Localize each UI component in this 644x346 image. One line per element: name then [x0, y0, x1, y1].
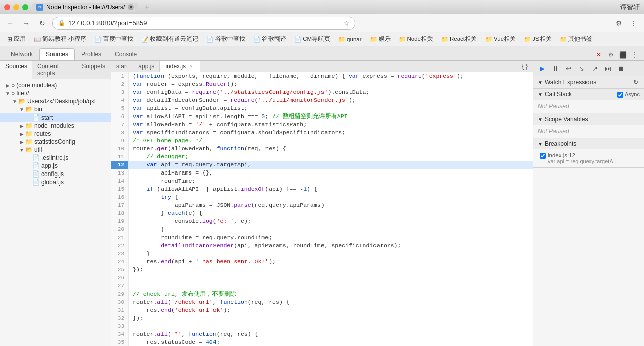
close-devtools-icon[interactable]: ✕ — [594, 50, 604, 60]
bookmark-google-search[interactable]: 📄 谷歌中查找 — [203, 34, 248, 44]
line-num-15[interactable]: 15 — [111, 185, 129, 193]
bookmark-js[interactable]: 📁 JS相关 — [521, 34, 554, 44]
line-num-13[interactable]: 13 — [111, 169, 129, 177]
line-num-34[interactable]: 34 — [111, 330, 129, 338]
tree-item-util[interactable]: ▼ 📂 util — [0, 146, 111, 154]
chrome-menu-icon[interactable]: ⋮ — [628, 17, 640, 29]
resume-button[interactable]: ▶ — [536, 63, 548, 74]
async-checkbox[interactable] — [617, 92, 623, 98]
code-tab-start[interactable]: start — [111, 61, 133, 72]
scope-variables-header[interactable]: ▼ Scope Variables — [533, 113, 644, 125]
bookmark-star-icon[interactable]: ☆ — [343, 19, 350, 27]
bookmark-youdao[interactable]: 📝 收藏到有道云笔记 — [138, 34, 201, 44]
tab-sources[interactable]: Sources — [39, 48, 75, 60]
line-num-5[interactable]: 5 — [111, 104, 129, 112]
source-tab-sources[interactable]: Sources — [0, 61, 32, 79]
bookmark-google-translate[interactable]: 📄 谷歌翻译 — [250, 34, 289, 44]
line-num-23[interactable]: 23 — [111, 250, 129, 258]
line-num-16[interactable]: 16 — [111, 193, 129, 201]
line-num-7[interactable]: 7 — [111, 121, 129, 129]
code-area[interactable]: 1 (function (exports, require, module, _… — [111, 72, 533, 346]
line-num-3[interactable]: 3 — [111, 88, 129, 96]
line-num-24[interactable]: 24 — [111, 258, 129, 266]
tree-item-configjs[interactable]: 📄 config.js — [0, 170, 111, 178]
line-num-29[interactable]: 29 — [111, 290, 129, 298]
bookmark-qunar[interactable]: 📁 qunar — [335, 35, 364, 44]
tree-item-routes[interactable]: ▶ 📁 routes — [0, 130, 111, 138]
watch-add-button[interactable]: + — [610, 78, 618, 86]
browser-tab[interactable]: N Node Inspector - file:///Users/ × — [32, 3, 138, 12]
tree-item-core-modules[interactable]: ▶ ○ (core modules) — [0, 81, 111, 89]
more-icon[interactable]: ⋮ — [630, 50, 640, 60]
source-tab-snippets[interactable]: Snippets — [77, 61, 111, 79]
tree-item-appjs[interactable]: 📄 app.js — [0, 162, 111, 170]
bookmark-cm[interactable]: 📄 CM导航页 — [291, 34, 333, 44]
line-num-19[interactable]: 19 — [111, 217, 129, 225]
pause-on-exceptions-button[interactable]: ⏹ — [615, 63, 626, 74]
line-num-33[interactable]: 33 — [111, 322, 129, 330]
line-num-12[interactable]: 12 — [111, 161, 129, 169]
tab-profiles[interactable]: Profiles — [75, 48, 108, 60]
line-num-25[interactable]: 25 — [111, 266, 129, 274]
tree-item-bin[interactable]: ▼ 📂 bin — [0, 105, 111, 113]
pause-button[interactable]: ⏸ — [550, 63, 561, 74]
code-tab-indexjs[interactable]: index.js × — [160, 61, 200, 72]
bookmark-apps[interactable]: ⊞ 应用 — [4, 34, 29, 44]
line-num-21[interactable]: 21 — [111, 234, 129, 242]
close-button[interactable] — [4, 4, 10, 10]
address-input-wrap[interactable]: 🔒 127.0.0.1:8080/?port=5859 ☆ — [52, 17, 355, 30]
line-num-31[interactable]: 31 — [111, 306, 129, 314]
line-num-22[interactable]: 22 — [111, 242, 129, 250]
line-num-32[interactable]: 32 — [111, 314, 129, 322]
line-num-27[interactable]: 27 — [111, 282, 129, 290]
deactivate-breakpoints-button[interactable]: ⏭ — [602, 63, 613, 74]
step-into-button[interactable]: ↘ — [576, 63, 587, 74]
dock-icon[interactable]: ⬛ — [618, 50, 628, 60]
toggle-pretty-print-icon[interactable]: { } — [520, 61, 530, 71]
tree-item-statistics-config[interactable]: ▶ 📁 statisticsConfig — [0, 138, 111, 146]
line-num-26[interactable]: 26 — [111, 274, 129, 282]
minimize-button[interactable] — [13, 4, 19, 10]
tree-item-node-modules[interactable]: ▶ 📁 node_modules — [0, 122, 111, 130]
tree-item-globaljs[interactable]: 📄 global.js — [0, 178, 111, 186]
bookmark-others[interactable]: 📁 其他书签 — [557, 34, 596, 44]
line-num-11[interactable]: 11 — [111, 153, 129, 161]
breakpoints-header[interactable]: ▼ Breakpoints — [533, 138, 644, 149]
call-stack-header[interactable]: ▼ Call Stack Async — [533, 89, 644, 100]
line-num-1[interactable]: 1 — [111, 72, 129, 80]
bookmark-react[interactable]: 📁 React相关 — [438, 34, 480, 44]
tab-close-button[interactable]: × — [128, 4, 134, 10]
back-button[interactable]: ← — [4, 17, 16, 29]
line-num-17[interactable]: 17 — [111, 201, 129, 209]
tree-item-users[interactable]: ▼ 📂 Users/tzx/Desktop/job/qxf — [0, 97, 111, 105]
maximize-button[interactable] — [22, 4, 28, 10]
tree-item-eslintrc[interactable]: 📄 .eslintrc.js — [0, 154, 111, 162]
bookmark-baidu[interactable]: 📄 百度中查找 — [91, 34, 136, 44]
tree-item-start[interactable]: 📄 start — [0, 113, 111, 122]
bookmark-tutorial[interactable]: 📖 简易教程·小程序 — [31, 34, 89, 44]
line-num-8[interactable]: 8 — [111, 129, 129, 137]
line-num-14[interactable]: 14 — [111, 177, 129, 185]
bookmark-node[interactable]: 📁 Node相关 — [396, 34, 437, 44]
breakpoint-checkbox-1[interactable] — [540, 153, 546, 159]
line-num-30[interactable]: 30 — [111, 298, 129, 306]
source-tab-content-scripts[interactable]: Content scripts — [32, 61, 77, 79]
new-tab-button[interactable]: + — [142, 2, 152, 12]
line-num-10[interactable]: 10 — [111, 145, 129, 153]
line-num-4[interactable]: 4 — [111, 96, 129, 104]
line-num-35[interactable]: 35 — [111, 338, 129, 346]
line-num-18[interactable]: 18 — [111, 209, 129, 217]
code-tab-close-icon[interactable]: × — [188, 63, 195, 70]
forward-button[interactable]: → — [20, 17, 32, 29]
bookmark-vue[interactable]: 📁 Vue相关 — [482, 34, 519, 44]
line-num-6[interactable]: 6 — [111, 112, 129, 121]
code-tab-appjs[interactable]: app.js — [133, 61, 160, 72]
step-out-button[interactable]: ↗ — [589, 63, 600, 74]
watch-refresh-button[interactable]: ↻ — [632, 78, 640, 86]
refresh-button[interactable]: ↻ — [36, 17, 48, 29]
step-over-button[interactable]: ↩ — [563, 63, 574, 74]
tab-console[interactable]: Console — [108, 48, 143, 60]
settings-icon[interactable]: ⚙ — [606, 50, 616, 60]
tab-network[interactable]: Network — [4, 48, 39, 60]
extensions-icon[interactable]: ⚙ — [613, 17, 625, 29]
